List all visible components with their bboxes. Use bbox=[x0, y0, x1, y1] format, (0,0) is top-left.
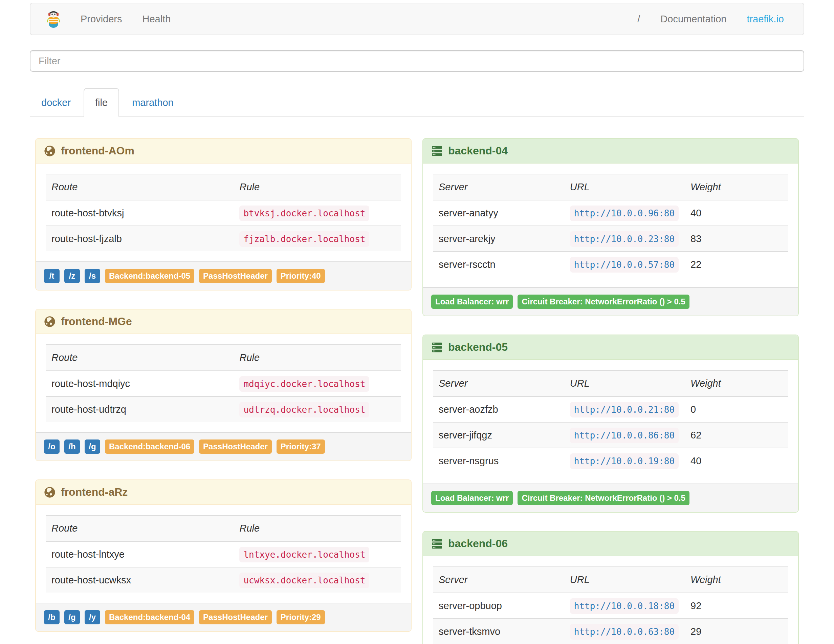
table-row: server-nsgrus http://10.0.0.19:80 40 bbox=[433, 448, 788, 473]
nav-link-health[interactable]: Health bbox=[133, 13, 181, 25]
path-badge: /y bbox=[85, 610, 100, 625]
route-cell: route-host-lntxye bbox=[46, 541, 234, 567]
backend-card-title: backend-04 bbox=[448, 145, 508, 157]
url-code[interactable]: http://10.0.0.63:80 bbox=[570, 624, 679, 639]
frontend-card-footer: /t /z /s Backend:backend-05 PassHostHead… bbox=[36, 261, 411, 290]
weight-cell: 92 bbox=[685, 593, 788, 619]
path-badge: /g bbox=[64, 610, 80, 625]
table-row: route-host-ucwksx ucwksx.docker.localhos… bbox=[46, 567, 401, 592]
path-badge: /g bbox=[85, 440, 100, 454]
circuit-breaker-badge: Circuit Breaker: NetworkErrorRatio () > … bbox=[517, 294, 689, 309]
server-cell: server-anatyy bbox=[433, 200, 564, 226]
backend-card-header: backend-04 bbox=[423, 139, 798, 163]
path-badge: /s bbox=[85, 269, 100, 283]
frontend-card-title: frontend-MGe bbox=[61, 315, 132, 328]
path-badge: /z bbox=[64, 269, 80, 283]
column-header-url: URL bbox=[564, 567, 685, 593]
column-header-weight: Weight bbox=[685, 371, 788, 396]
url-code[interactable]: http://10.0.0.18:80 bbox=[570, 598, 679, 614]
frontend-card: frontend-aRz Route Rule route-host-lntx bbox=[35, 479, 412, 632]
traefik-logo[interactable] bbox=[46, 10, 61, 28]
servers-icon bbox=[431, 538, 443, 550]
backend-card-header: backend-06 bbox=[423, 532, 798, 556]
table-row: server-anatyy http://10.0.0.96:80 40 bbox=[433, 200, 788, 226]
servers-icon bbox=[431, 341, 443, 353]
rule-code: ucwksx.docker.localhost bbox=[239, 573, 369, 588]
provider-tabs: docker file marathon bbox=[30, 88, 804, 117]
navbar: Providers Health / Documentation traefik… bbox=[30, 3, 804, 35]
rule-code: fjzalb.docker.localhost bbox=[239, 231, 369, 247]
url-code[interactable]: http://10.0.0.57:80 bbox=[570, 257, 679, 273]
backend-card-footer: Load Balancer: wrr Circuit Breaker: Netw… bbox=[423, 287, 798, 316]
server-cell: server-opbuop bbox=[433, 593, 564, 619]
tab-file[interactable]: file bbox=[84, 88, 119, 117]
column-header-route: Route bbox=[46, 345, 234, 371]
circuit-breaker-badge: Circuit Breaker: NetworkErrorRatio () > … bbox=[517, 491, 689, 505]
url-code[interactable]: http://10.0.0.21:80 bbox=[570, 402, 679, 417]
tab-docker[interactable]: docker bbox=[30, 88, 82, 117]
table-row: server-tksmvo http://10.0.0.63:80 29 bbox=[433, 619, 788, 644]
server-cell: server-aozfzb bbox=[433, 396, 564, 422]
weight-cell: 29 bbox=[685, 619, 788, 644]
url-code[interactable]: http://10.0.0.19:80 bbox=[570, 453, 679, 469]
path-badge: /o bbox=[44, 440, 60, 454]
weight-cell: 22 bbox=[685, 252, 788, 277]
column-header-url: URL bbox=[564, 371, 685, 396]
path-badge: /h bbox=[64, 440, 80, 454]
route-cell: route-host-udtrzq bbox=[46, 396, 234, 422]
column-header-rule: Rule bbox=[234, 515, 401, 541]
table-row: route-host-btvksj btvksj.docker.localhos… bbox=[46, 200, 401, 226]
traefik-logo-icon bbox=[46, 10, 61, 28]
table-row: route-host-mdqiyc mdqiyc.docker.localhos… bbox=[46, 371, 401, 396]
frontend-card-header: frontend-aRz bbox=[36, 480, 411, 505]
url-code[interactable]: http://10.0.0.96:80 bbox=[570, 205, 679, 221]
nav-link-providers[interactable]: Providers bbox=[70, 13, 133, 25]
tab-marathon[interactable]: marathon bbox=[121, 88, 185, 117]
column-header-server: Server bbox=[433, 174, 564, 200]
url-code[interactable]: http://10.0.0.86:80 bbox=[570, 428, 679, 443]
cards-row: frontend-AOm Route Rule route-host-btvk bbox=[30, 138, 804, 644]
globe-icon bbox=[44, 145, 55, 157]
backends-column: backend-04 Server URL Weight bbox=[417, 138, 804, 644]
rule-code: udtrzq.docker.localhost bbox=[239, 402, 369, 417]
nav-link-traefik-io[interactable]: traefik.io bbox=[737, 13, 794, 25]
backend-card-body: Server URL Weight server-anatyy http://1… bbox=[423, 163, 798, 287]
backend-card-body: Server URL Weight server-aozfzb http://1… bbox=[423, 360, 798, 484]
route-cell: route-host-btvksj bbox=[46, 200, 234, 226]
column-header-route: Route bbox=[46, 515, 234, 541]
url-code[interactable]: http://10.0.0.23:80 bbox=[570, 231, 679, 247]
rule-code: lntxye.docker.localhost bbox=[239, 547, 369, 562]
column-header-weight: Weight bbox=[685, 567, 788, 593]
globe-icon bbox=[44, 487, 55, 498]
table-row: route-host-fjzalb fjzalb.docker.localhos… bbox=[46, 226, 401, 251]
backend-ref-badge: Backend:backend-05 bbox=[105, 269, 194, 283]
weight-cell: 62 bbox=[685, 422, 788, 448]
table-row: server-aozfzb http://10.0.0.21:80 0 bbox=[433, 396, 788, 422]
column-header-server: Server bbox=[433, 371, 564, 396]
navbar-right: / Documentation traefik.io bbox=[627, 13, 794, 25]
table-row: route-host-udtrzq udtrzq.docker.localhos… bbox=[46, 396, 401, 422]
table-row: server-arekjy http://10.0.0.23:80 83 bbox=[433, 226, 788, 252]
server-cell: server-jifqgz bbox=[433, 422, 564, 448]
weight-cell: 40 bbox=[685, 200, 788, 226]
weight-cell: 40 bbox=[685, 448, 788, 473]
frontend-card-header: frontend-AOm bbox=[36, 139, 411, 163]
frontend-card: frontend-MGe Route Rule route-host-mdqi bbox=[35, 309, 412, 461]
backend-card-body: Server URL Weight server-opbuop http://1… bbox=[423, 556, 798, 644]
table-row: server-jifqgz http://10.0.0.86:80 62 bbox=[433, 422, 788, 448]
nav-link-documentation[interactable]: Documentation bbox=[650, 13, 737, 25]
server-cell: server-tksmvo bbox=[433, 619, 564, 644]
frontend-card: frontend-AOm Route Rule route-host-btvk bbox=[35, 138, 412, 291]
frontends-column: frontend-AOm Route Rule route-host-btvk bbox=[30, 138, 417, 644]
weight-cell: 0 bbox=[685, 396, 788, 422]
backend-card: backend-06 Server URL Weight bbox=[422, 531, 799, 644]
server-cell: server-nsgrus bbox=[433, 448, 564, 473]
table-row: route-host-lntxye lntxye.docker.localhos… bbox=[46, 541, 401, 567]
frontend-card-footer: /b /g /y Backend:backend-04 PassHostHead… bbox=[36, 603, 411, 631]
frontend-card-body: Route Rule route-host-btvksj btvksj.dock… bbox=[36, 163, 411, 261]
filter-input[interactable] bbox=[30, 50, 804, 72]
column-header-route: Route bbox=[46, 174, 234, 200]
backend-card-footer: Load Balancer: wrr Circuit Breaker: Netw… bbox=[423, 484, 798, 512]
table-row: server-rscctn http://10.0.0.57:80 22 bbox=[433, 252, 788, 277]
priority-badge: Priority:40 bbox=[276, 269, 325, 283]
